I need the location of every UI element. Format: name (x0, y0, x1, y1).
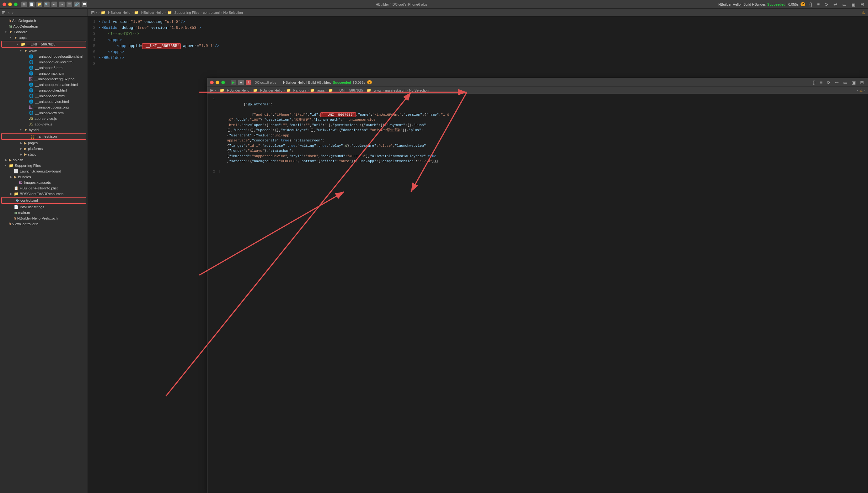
tree-item-uniappsuccess[interactable]: 🖼 __uniappsuccess.png (0, 104, 87, 110)
tree-item-infoplist-strings[interactable]: 📄 InfoPlist.strings (0, 204, 87, 210)
inner-stop-btn[interactable]: ■ (238, 80, 244, 85)
tree-item-uniappmap[interactable]: 🌐 __uniappmap.html (0, 70, 87, 76)
sidebar-nav-back[interactable]: ‹ (8, 10, 10, 15)
tree-item-appdelegatem[interactable]: m AppDelegate.m (0, 23, 87, 29)
tree-item-supporting-files[interactable]: ▾ 📁 Supporting Files (0, 163, 87, 168)
grid-view-btn[interactable]: ⊞ (21, 2, 27, 7)
layout1-btn[interactable]: ▭ (841, 1, 848, 7)
search-btn[interactable]: 🔍 (44, 2, 49, 7)
inner-nav-prev[interactable]: ‹ (857, 88, 859, 92)
inner-layout3-btn[interactable]: ⊟ (859, 79, 865, 86)
minimize-button[interactable] (8, 2, 12, 6)
path-folder-icon3: 📁 (167, 10, 172, 15)
inner-nav-fwd[interactable]: › (218, 88, 219, 92)
inner-nav-back-btn[interactable]: ↩ (834, 79, 840, 86)
nav-back-btn[interactable]: ↩ (832, 1, 839, 7)
inner-nav-next[interactable]: › (864, 88, 865, 92)
tree-item-appview-js[interactable]: JS app-view.js (0, 121, 87, 127)
sidebar-nav-forward[interactable]: › (12, 10, 14, 15)
file-html-icon: 🌐 (29, 83, 34, 87)
braces-btn[interactable]: {} (808, 1, 813, 7)
refresh-btn[interactable]: ⟳ (823, 1, 830, 7)
path-grid-icon[interactable]: ⊞ (91, 10, 95, 15)
maximize-button[interactable] (14, 2, 18, 6)
layout3-btn[interactable]: ⊟ (859, 1, 866, 7)
tree-item-hybrid[interactable]: ▾ ▼ hybrid (0, 127, 87, 133)
close-button[interactable] (2, 2, 6, 6)
inner-close-btn[interactable] (210, 81, 214, 84)
inner-layout2-btn[interactable]: ▣ (850, 79, 857, 86)
inner-folder3-icon: 📁 (286, 88, 291, 92)
inner-play-btn[interactable]: ▶ (231, 80, 236, 85)
tree-item-appservice-js[interactable]: JS app-service.js (0, 116, 87, 121)
inner-refresh-btn[interactable]: ⟳ (826, 79, 832, 86)
tree-item-pandora[interactable]: ▾ ▼ Pandora (0, 29, 87, 35)
tree-item-static[interactable]: ▶ ▶ static (0, 151, 87, 157)
list-btn[interactable]: ☰ (66, 2, 72, 7)
tree-item-apps[interactable]: ▾ ▼ apps (0, 35, 87, 40)
inner-nav-back[interactable]: ‹ (215, 88, 216, 92)
list-view-btn[interactable]: ≡ (816, 1, 821, 7)
inner-titlebar: ▶ ■ H5 DClou...6 plus HBuilder-Hello | B… (207, 78, 868, 87)
tree-item-infoplist[interactable]: 📋 HBuilder-Hello-Info.plist (0, 185, 87, 191)
tree-label: pages (28, 141, 38, 145)
file-html-icon: 🌐 (29, 100, 34, 104)
tree-item-appdelegateh[interactable]: h AppDelegate.h (0, 18, 87, 23)
tree-item-bds[interactable]: ▶ 📁 BDSClientEASRResources (0, 191, 87, 197)
tree-item-uniappes6[interactable]: 🌐 __uniappes6.html (0, 65, 87, 70)
inner-min-btn[interactable] (215, 81, 219, 84)
comment-btn[interactable]: 💬 (82, 2, 87, 7)
tree-item-uniappscan[interactable]: 🌐 __uniappscan.html (0, 93, 87, 99)
inner-max-btn[interactable] (221, 81, 225, 84)
tree-item-uniappmarker[interactable]: 🖼 __uniappmarker@3x.png (0, 76, 87, 82)
tree-item-viewcontrollerh[interactable]: h ViewController.h (0, 221, 87, 227)
undo-btn[interactable]: ↩ (51, 2, 57, 7)
tree-item-launchscreen[interactable]: ⬜ LaunchScreen.storyboard (0, 168, 87, 174)
inner-sep4: › (326, 88, 327, 92)
inner-layout1-btn[interactable]: ▭ (842, 79, 849, 86)
tree-item-manifest-json[interactable]: { } manifest.json (1, 133, 86, 140)
nav-forward-icon[interactable]: › (99, 10, 100, 15)
layout2-btn[interactable]: ▣ (850, 1, 857, 7)
tree-item-images-xcassets[interactable]: 🖼 Images.xcassets (0, 180, 87, 185)
path-item-2: HBuilder-Hello (141, 10, 164, 15)
tree-item-bundles[interactable]: ▶ ▶ Bundles (0, 174, 87, 180)
inner-path-5: __UNI__56676B5 (335, 88, 363, 92)
redo-btn[interactable]: ↪ (59, 2, 65, 7)
tree-item-splash[interactable]: ▶ ▶ splash (0, 157, 87, 163)
tree-item-mainm[interactable]: m main.m (0, 210, 87, 215)
file-png-icon: 🖼 (29, 77, 33, 81)
tree-item-prefix-pch[interactable]: h HBuilder-Hello-Prefix.pch (0, 215, 87, 221)
file-html-icon: 🌐 (29, 111, 34, 115)
inner-grid-icon[interactable]: ⊞ (210, 88, 214, 93)
tree-item-uniappservice[interactable]: 🌐 __uniappservice.html (0, 99, 87, 104)
code-line-7: 7 </HBuilder> (88, 55, 868, 61)
path-sep2: › (165, 10, 166, 15)
file-btn[interactable]: 📄 (29, 2, 35, 7)
line-number: 3 (90, 31, 99, 37)
file-json-icon: { } (31, 134, 34, 138)
tree-item-uniapppicker[interactable]: 🌐 __uniapppicker.html (0, 87, 87, 93)
tree-item-uniappopenlocation[interactable]: 🌐 __uniappopenlocation.html (0, 82, 87, 87)
tree-item-uniappchooselocation[interactable]: 🌐 __uniappchooselocattion.html (0, 53, 87, 59)
folder-btn[interactable]: 📁 (36, 2, 42, 7)
folder-icon: ▶ (24, 147, 27, 151)
link-btn[interactable]: 🔗 (74, 2, 80, 7)
inner-braces-btn[interactable]: {} (811, 79, 817, 86)
tree-item-uni56676b5[interactable]: ▾ 📁 __UNI__56676B5 (1, 41, 86, 48)
json-editor[interactable]: 1 {"@platforms": ["android","iPhone","iP… (207, 94, 868, 493)
inner-html5-btn[interactable]: H5 (246, 80, 251, 85)
tree-item-pages[interactable]: ▶ ▶ pages (0, 140, 87, 146)
inner-list-btn[interactable]: ≡ (819, 79, 824, 86)
inner-path-7: manifest.json (385, 88, 406, 92)
tree-item-uniappcoverview[interactable]: 🌐 __uniappcoverview.html (0, 59, 87, 65)
nav-back-icon[interactable]: ‹ (96, 10, 97, 15)
tree-item-uniappview[interactable]: 🌐 __uniappview.html (0, 110, 87, 116)
file-html-icon: 🌐 (29, 54, 34, 59)
tree-item-platforms[interactable]: ▶ ▶ platforms (0, 146, 87, 151)
folder-icon: ▼ (14, 36, 18, 40)
tree-item-www[interactable]: ▾ ▼ www (0, 48, 87, 53)
tree-item-control-xml[interactable]: ⚙ control.xml (1, 197, 86, 204)
tree-label: app-view.js (35, 122, 53, 126)
sidebar-grid-icon[interactable]: ⊞ (2, 10, 6, 15)
